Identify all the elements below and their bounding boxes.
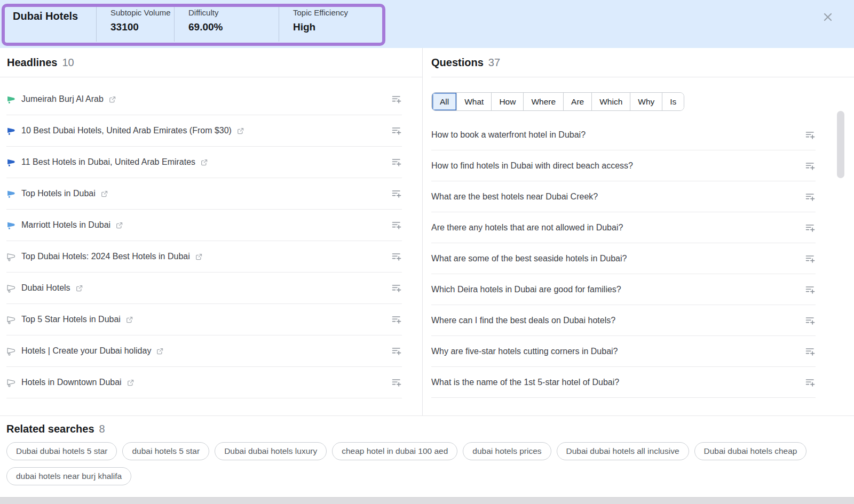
add-to-list-icon[interactable] (805, 253, 816, 264)
add-to-list-icon[interactable] (805, 346, 816, 357)
question-filter-tab[interactable]: Which (591, 93, 630, 110)
question-row: Where can I find the best deals on Dubai… (431, 305, 816, 336)
megaphone-icon (6, 252, 15, 261)
external-link-icon[interactable] (100, 190, 108, 198)
question-filter-tab[interactable]: Are (563, 93, 591, 110)
headline-row: 10 Best Dubai Hotels, United Arab Emirat… (6, 115, 402, 147)
headline-row: Jumeirah Burj Al Arab (6, 84, 402, 115)
add-to-list-icon[interactable] (805, 284, 816, 295)
main-content: Headlines 10 Jumeirah Burj Al Arab (0, 48, 854, 415)
external-link-icon[interactable] (195, 253, 203, 261)
related-search-pill[interactable]: Dubai dubai hotels 5 star (6, 442, 117, 460)
headline-text: 10 Best Dubai Hotels, United Arab Emirat… (21, 126, 232, 135)
add-to-list-icon[interactable] (391, 220, 402, 230)
external-link-icon[interactable] (75, 284, 83, 292)
add-to-list-icon[interactable] (805, 222, 816, 233)
questions-list: How to book a waterfront hotel in Dubai?… (431, 119, 854, 398)
external-link-icon[interactable] (156, 347, 164, 355)
related-search-pill[interactable]: Dubai dubai hotels cheap (694, 442, 807, 460)
headlines-header: Headlines 10 (0, 48, 422, 77)
question-filter-tab[interactable]: Is (662, 93, 684, 110)
add-to-list-icon[interactable] (391, 377, 402, 388)
add-to-list-icon[interactable] (805, 377, 816, 388)
megaphone-icon (6, 189, 15, 198)
question-filter-tab[interactable]: What (456, 93, 491, 110)
question-row: Why are five-star hotels cutting corners… (431, 336, 816, 367)
close-icon[interactable] (822, 11, 834, 23)
question-text: How to book a waterfront hotel in Dubai? (431, 130, 586, 140)
question-filter-tab[interactable]: Why (630, 93, 662, 110)
stat-block: Topic Efficiency High (279, 6, 348, 42)
question-filter-tab[interactable]: All (432, 93, 456, 110)
questions-header: Questions 37 (431, 48, 854, 77)
related-search-pill[interactable]: Dubai dubai hotels all inclusive (557, 442, 689, 460)
question-row: How to book a waterfront hotel in Dubai? (431, 119, 816, 150)
headlines-title: Headlines (7, 57, 57, 69)
headline-row: Hotels in Downtown Dubai (6, 367, 402, 398)
related-search-pill[interactable]: Dubai dubai hotels luxury (215, 442, 327, 460)
headline-text: Marriott Hotels in Dubai (21, 220, 110, 230)
external-link-icon[interactable] (115, 221, 123, 229)
external-link-icon[interactable] (126, 379, 135, 387)
horizontal-scrollbar-track[interactable] (0, 497, 854, 504)
external-link-icon[interactable] (236, 127, 244, 135)
headline-text: Dubai Hotels (21, 283, 70, 293)
headline-text: 11 Best Hotels in Dubai, United Arab Emi… (21, 157, 195, 167)
headlines-count: 10 (62, 57, 74, 69)
external-link-icon[interactable] (200, 158, 208, 166)
question-text: Are there any hotels that are not allowe… (431, 223, 623, 233)
question-text: What is the name of the 1st 5-star hotel… (431, 378, 619, 387)
headline-row: 11 Best Hotels in Dubai, United Arab Emi… (6, 147, 402, 178)
add-to-list-icon[interactable] (391, 125, 402, 136)
headline-row: Top 5 Star Hotels in Dubai (6, 304, 402, 335)
questions-panel: Questions 37 All What How Where Are Whic… (423, 48, 854, 415)
megaphone-icon (6, 315, 15, 324)
question-row: Are there any hotels that are not allowe… (431, 212, 816, 243)
megaphone-icon (6, 378, 15, 387)
question-filter-tab[interactable]: Where (523, 93, 563, 110)
headline-row: Marriott Hotels in Dubai (6, 210, 402, 241)
stat-value: 69.00% (188, 21, 279, 33)
related-search-pill[interactable]: cheap hotel in dubai 100 aed (332, 442, 457, 460)
question-filter-tabs: All What How Where Are Which Why Is (431, 92, 684, 111)
stat-block: Subtopic Volume 33100 (96, 6, 174, 42)
add-to-list-icon[interactable] (391, 188, 402, 199)
question-filter-tab[interactable]: How (491, 93, 523, 110)
related-searches-title: Related searches (6, 423, 94, 435)
question-row: How to find hotels in Dubai with direct … (431, 150, 816, 181)
headline-text: Hotels in Downtown Dubai (21, 378, 122, 387)
topic-overview-panel: Dubai Hotels Subtopic Volume 33100 Diffi… (0, 0, 854, 504)
add-to-list-icon[interactable] (805, 161, 816, 171)
add-to-list-icon[interactable] (391, 94, 402, 105)
stat-value: High (293, 21, 348, 33)
topic-header: Dubai Hotels Subtopic Volume 33100 Diffi… (0, 0, 854, 48)
topic-stats: Subtopic Volume 33100 Difficulty 69.00% … (96, 0, 348, 48)
related-search-pill[interactable]: dubai hotels prices (463, 442, 551, 460)
add-to-list-icon[interactable] (391, 251, 402, 262)
question-text: What are the best hotels near Dubai Cree… (431, 192, 598, 202)
megaphone-icon (6, 347, 15, 356)
stat-value: 33100 (110, 21, 174, 33)
add-to-list-icon[interactable] (391, 283, 402, 293)
related-search-pill[interactable]: dubai hotels 5 star (122, 442, 209, 460)
megaphone-icon (6, 284, 15, 293)
related-search-pill[interactable]: dubai hotels near burj khalifa (6, 467, 131, 485)
add-to-list-icon[interactable] (391, 314, 402, 325)
headline-text: Top 5 Star Hotels in Dubai (21, 315, 121, 324)
add-to-list-icon[interactable] (391, 157, 402, 167)
stat-block: Difficulty 69.00% (174, 6, 279, 42)
external-link-icon[interactable] (125, 316, 133, 324)
headline-row: Top Hotels in Dubai (6, 178, 402, 210)
megaphone-icon (6, 95, 15, 104)
vertical-scrollbar-thumb[interactable] (837, 111, 844, 178)
question-row: What are the best hotels near Dubai Cree… (431, 181, 816, 212)
add-to-list-icon[interactable] (391, 346, 402, 356)
question-text: What are some of the best seaside hotels… (431, 254, 627, 263)
related-searches-header: Related searches 8 (6, 423, 848, 435)
headline-row: Hotels | Create your Dubai holiday (6, 335, 402, 367)
add-to-list-icon[interactable] (805, 191, 816, 202)
headline-text: Jumeirah Burj Al Arab (21, 94, 104, 104)
add-to-list-icon[interactable] (805, 130, 816, 140)
external-link-icon[interactable] (108, 95, 116, 103)
add-to-list-icon[interactable] (805, 315, 816, 326)
